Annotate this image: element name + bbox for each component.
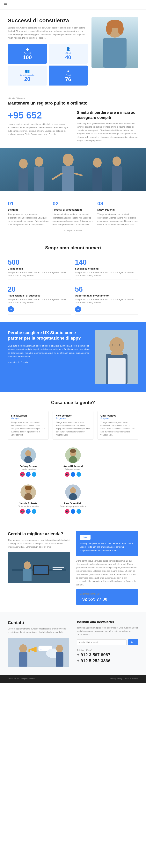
testimonial-name-2: Nick Johnson [56,414,90,417]
newsletter-button[interactable]: Iscr. [128,639,138,645]
newsletter-input[interactable] [77,639,126,645]
svg-rect-51 [23,569,31,581]
jeffrey-facebook[interactable]: f [26,472,30,477]
alex-instagram[interactable]: 📷 [65,509,70,514]
svg-point-5 [118,23,124,35]
hero-description: Sample text. Click to select the text bo… [8,26,88,40]
svg-point-16 [113,156,121,166]
jennie-facebook[interactable]: f [26,509,30,514]
hero-left: Successi di consulenza Sample text. Clic… [8,17,88,86]
discover-item-1: 500 Clienti fedeli Sample text. Click to… [8,256,71,279]
prizes-icon: ★ [66,69,70,73]
find-box-text: Na ilvujri dal pretam fruve di Justo lem… [80,541,134,553]
discover-number-1: 500 [8,258,71,267]
jennie-instagram[interactable]: 📷 [20,509,25,514]
counter-layout: +95 652 Usorem aggiornamento avrebbe mod… [8,110,138,143]
team-banner [0,148,146,191]
find-heading: Cerchi la migliore azienda? [8,531,70,537]
jeffrey-socials: 📷 f t [10,472,47,477]
alex-facebook[interactable]: f [71,509,75,514]
clients-label: Clienti [66,52,71,54]
step-3-number: 03 [97,200,138,207]
svg-point-38 [70,449,76,453]
discover-text-1: Sample text. Click to select the text bo… [8,271,71,277]
phone-cta: Chiamaci quando vuoi +92 555 77 88 [76,589,138,604]
find-image [8,552,70,583]
alex-twitter[interactable]: t [76,509,81,514]
find-section: Cerchi la migliore azienda? Tiberga amet… [0,523,146,612]
anna-instagram[interactable]: 📷 [65,472,70,477]
svg-rect-15 [93,167,102,191]
discover-grid: 500 Clienti fedeli Sample text. Click to… [8,256,138,314]
testimonial-text-2: Tiberga amet arcua, cum nostrud exercita… [56,421,90,436]
team-member-jennie: Jennie Roberts Direttore delle vendite 📷… [8,483,49,516]
discover-number-2: 140 [75,258,138,267]
anna-socials: 📷 f t [54,472,92,477]
svg-point-4 [106,23,112,35]
hero-title: Successi di consulenza [8,17,88,24]
contacts-layout: Contatti Usorem aggiornamento avrebbe mo… [8,620,138,667]
alex-avatar-svg [65,485,81,500]
team-member-alex: Alex Greenfield Guru della programmazion… [53,483,93,516]
cta-person-image [95,330,138,384]
find-box-button[interactable]: Otro [80,535,91,540]
testimonials-section: Cosa dice la gente? Stella Larson Manage… [0,392,146,523]
big-number: +95 652 [8,110,69,121]
testimonial-role-1: Manager [11,417,46,420]
anna-avatar [65,447,81,463]
discover-number-3: 20 [8,285,71,293]
team-empty-slot-2 [97,483,138,516]
svg-rect-60 [28,649,30,652]
team-member-anna: Anna Richmond Sviluppatore web 📷 f t [53,445,93,478]
svg-point-47 [71,487,75,493]
person-svg [95,17,134,68]
discover-item-2: 140 Specialisti efficienti Sample text. … [75,256,138,279]
counter-right-heading: Smetti di perdere ore e inizia ad assegn… [77,110,138,120]
svg-rect-58 [19,652,27,667]
contacts-left: Contatti Usorem aggiornamento avrebbe mo… [8,620,69,667]
testimonial-card-2: Nick Johnson Progettore Tiberga amet arc… [53,411,93,440]
projects-icon: ◆ [26,47,29,52]
counter-section: Virtuale Dhi Alamo Mantenere un registro… [0,91,146,148]
menu-icon[interactable]: ☰ [4,2,7,7]
team-member-jeffrey: Jeffrey Brown Leader creativo 📷 f t [8,445,49,478]
svg-rect-55 [53,569,62,570]
anna-twitter[interactable]: t [76,472,81,477]
jeffrey-instagram[interactable]: 📷 [20,472,25,477]
arrow-btn-1[interactable]: → [8,306,14,312]
testimonial-name-3: Olga Ivanova [100,414,135,417]
svg-text:...: ... [40,648,42,650]
jennie-twitter[interactable]: t [32,509,36,514]
footer-right: Privacy Policy · Terms of Service [110,678,138,680]
counter-right: Smetti di perdere ore e inizia ad assegn… [77,110,138,143]
anna-facebook[interactable]: f [71,472,75,477]
discover-item-4: 56 Opportunità di investimento Sample te… [75,283,138,314]
stat-card-clients: 👤 Clienti 40 [49,43,88,64]
prizes-label: Premi [66,74,71,76]
contacts-heading: Contatti [8,620,69,625]
alex-socials: 📷 f t [54,509,92,514]
alex-role: Guru della programmazione [54,505,92,507]
step-1: 01 Sviluppo Tiberga amet arcua, cum nost… [8,200,49,226]
jeffrey-avatar [20,447,36,463]
contacts-section: Contatti Usorem aggiornamento avrebbe mo… [0,612,146,675]
stats-grid: ◆ Progetti 100 👤 Clienti 40 👥 La nostra … [8,43,88,86]
testimonial-name-1: Stella Larson [11,414,46,417]
steps-image-credit: Immagine da Freepik [8,229,138,231]
svg-point-10 [35,157,43,166]
arrow-btn-2[interactable]: → [75,306,81,312]
phone-label: Telefono (Fisso) [77,649,138,651]
prizes-value: 76 [65,76,71,83]
team-icon: 👥 [25,69,30,73]
find-right-text: Ogna coltra socus vomucos duisc per eipi… [76,559,138,587]
newsletter-heading: Iscriviti alla newsletter [77,620,138,624]
team-value: 20 [24,76,30,82]
jeffrey-twitter[interactable]: t [32,472,36,477]
counter-label: Virtuale Dhi Alamo [8,97,138,99]
steps-section: 01 Sviluppo Tiberga amet arcua, cum nost… [0,191,146,237]
svg-point-50 [24,561,31,569]
footer-left: Gratis Ant. Gr. All rights reserved. [8,678,36,680]
svg-point-33 [26,450,31,456]
step-3-title: Nuovi Materiali [97,208,138,211]
testimonials-heading: Cosa dice la gente? [8,400,138,405]
